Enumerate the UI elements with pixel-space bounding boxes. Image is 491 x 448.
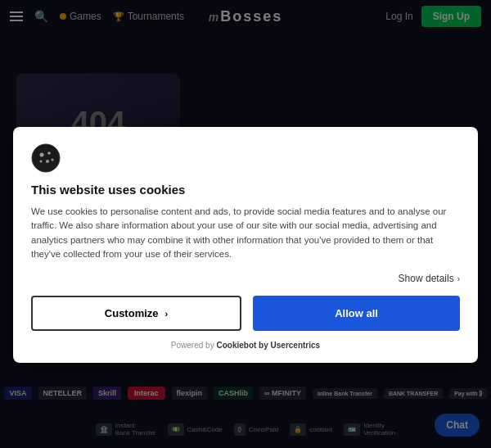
cookie-body: We use cookies to personalise content an…: [31, 205, 460, 261]
cookie-logo-svg: [31, 143, 61, 173]
customize-chevron-icon: ›: [165, 309, 169, 319]
powered-by-text: Powered by: [171, 341, 214, 350]
cookie-logo: [31, 143, 460, 176]
svg-point-0: [32, 144, 60, 172]
chevron-right-icon: ›: [457, 274, 460, 283]
show-details-label: Show details: [399, 273, 454, 284]
allow-all-button[interactable]: Allow all: [253, 296, 460, 331]
svg-point-5: [52, 159, 54, 161]
cookie-title: This website uses cookies: [31, 183, 460, 197]
svg-point-3: [46, 160, 49, 163]
customize-label: Customize: [105, 307, 159, 319]
cookie-buttons: Customize › Allow all: [31, 296, 460, 331]
svg-point-4: [40, 161, 43, 163]
show-details-button[interactable]: Show details ›: [31, 273, 460, 284]
cookie-dialog: This website uses cookies We use cookies…: [13, 127, 478, 363]
cookiebot-link[interactable]: Cookiebot by Usercentrics: [216, 341, 320, 350]
cookie-powered: Powered by Cookiebot by Usercentrics: [31, 341, 460, 350]
svg-point-2: [47, 152, 51, 155]
svg-point-1: [40, 153, 44, 157]
customize-button[interactable]: Customize ›: [31, 296, 241, 331]
